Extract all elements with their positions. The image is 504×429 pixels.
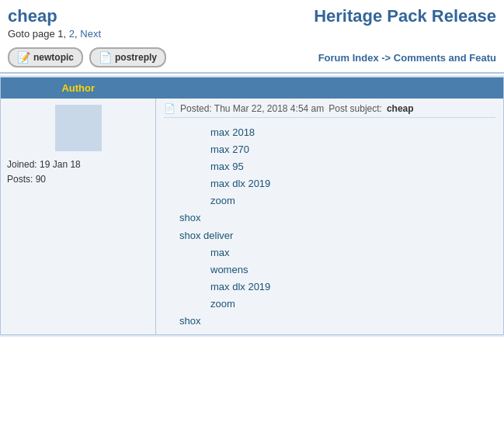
- post-content-line: zoom: [164, 192, 495, 209]
- next-link[interactable]: Next: [80, 28, 101, 40]
- post-link[interactable]: max dlx 2019: [210, 281, 270, 292]
- post-cell: 📄 Posted: Thu Mar 22, 2018 4:54 am Post …: [156, 99, 504, 335]
- divider: [0, 72, 504, 74]
- author-posts: Posts: 90: [7, 172, 149, 187]
- author-meta: Joined: 19 Jan 18 Posts: 90: [7, 157, 149, 187]
- new-topic-button[interactable]: 📝 newtopic: [8, 47, 83, 67]
- post-content-line: max 270: [164, 141, 495, 158]
- table-row: Joined: 19 Jan 18 Posts: 90 📄 Posted: Th…: [1, 99, 504, 335]
- post-link[interactable]: max dlx 2019: [210, 178, 270, 189]
- post-table: Author Joined: 19 Jan 18 Posts: 90 📄 Pos…: [0, 77, 504, 335]
- breadcrumb: Forum Index -> Comments and Featu: [318, 52, 496, 64]
- post-link[interactable]: shox deliver: [179, 230, 233, 241]
- post-link[interactable]: shox: [179, 212, 200, 223]
- post-table-wrapper: Author Joined: 19 Jan 18 Posts: 90 📄 Pos…: [0, 75, 504, 337]
- avatar: [55, 105, 102, 151]
- forum-title: Heritage Pack Release: [314, 6, 496, 26]
- table-header-row: Author: [1, 78, 504, 99]
- toolbar: 📝 newtopic 📄 postreply Forum Index -> Co…: [0, 43, 504, 72]
- post-link[interactable]: zoom: [210, 298, 235, 310]
- post-content: max 2018max 270max 95max dlx 2019zoomsho…: [164, 124, 495, 330]
- post-subject: cheap: [387, 103, 414, 114]
- author-joined: Joined: 19 Jan 18: [7, 157, 149, 172]
- header-left: cheap Goto page 1, 2, Next: [8, 6, 101, 40]
- toolbar-left: 📝 newtopic 📄 postreply: [8, 47, 318, 67]
- post-header: 📄 Posted: Thu Mar 22, 2018 4:54 am Post …: [164, 103, 495, 118]
- author-column-header: Author: [1, 78, 156, 99]
- post-link[interactable]: max 2018: [210, 126, 255, 138]
- header-right: Heritage Pack Release: [314, 6, 496, 26]
- page-2-link[interactable]: 2: [69, 28, 75, 40]
- post-link[interactable]: shox: [179, 315, 200, 327]
- post-reply-button[interactable]: 📄 postreply: [89, 47, 166, 67]
- post-link[interactable]: max 270: [210, 144, 249, 155]
- post-content-line: max 2018: [164, 124, 495, 141]
- post-reply-label: postreply: [115, 52, 157, 63]
- breadcrumb-text: Forum Index -> Comments and Featu: [318, 52, 496, 64]
- post-content-line: max dlx 2019: [164, 175, 495, 192]
- post-column-header: [156, 78, 504, 99]
- post-content-line: shox: [164, 209, 495, 227]
- post-timestamp: Posted: Thu Mar 22, 2018 4:54 am: [180, 103, 324, 114]
- post-content-line: max 95: [164, 158, 495, 175]
- post-content-line: shox deliver: [164, 227, 495, 244]
- page-header: cheap Goto page 1, 2, Next Heritage Pack…: [0, 0, 504, 43]
- page-title: cheap: [8, 6, 101, 26]
- post-content-line: shox: [164, 313, 495, 330]
- new-topic-icon: 📝: [17, 51, 30, 64]
- post-content-line: womens: [164, 261, 495, 279]
- post-subject-prefix: Post subject:: [328, 103, 382, 114]
- post-link[interactable]: max 95: [210, 161, 244, 172]
- post-document-icon: 📄: [164, 103, 176, 114]
- post-link[interactable]: zoom: [210, 195, 235, 206]
- post-content-line: max dlx 2019: [164, 279, 495, 296]
- post-link[interactable]: max: [210, 247, 230, 258]
- post-content-line: max: [164, 244, 495, 261]
- author-cell: Joined: 19 Jan 18 Posts: 90: [1, 99, 156, 335]
- goto-page-text: Goto page 1,: [8, 28, 66, 40]
- new-topic-label: newtopic: [33, 52, 74, 63]
- post-reply-icon: 📄: [99, 51, 112, 64]
- post-content-line: zoom: [164, 296, 495, 313]
- pagination: Goto page 1, 2, Next: [8, 28, 101, 40]
- post-link[interactable]: womens: [210, 264, 248, 275]
